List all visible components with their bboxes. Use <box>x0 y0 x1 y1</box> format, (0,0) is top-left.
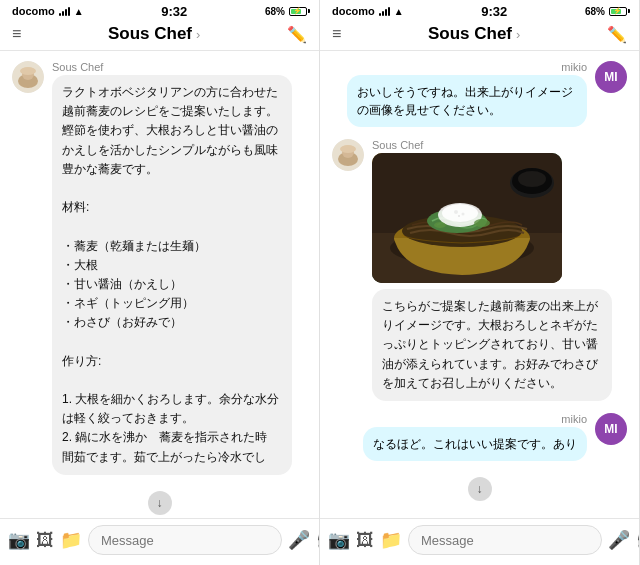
right-mic-button[interactable]: 🎤 <box>608 529 630 551</box>
left-msg-content-1: Sous Chef ラクトオボベジタリアンの方に合わせた越前蕎麦のレシピをご提案… <box>52 61 292 475</box>
right-msg-row-1: MI mikio おいしそうですね。出来上がりイメージの画像を見せてください。 <box>332 61 627 127</box>
left-panel: docomo ▲ 9:32 68% ⚡ ≡ Sous Chef › ✏️ <box>0 0 320 565</box>
right-msg-content-2: Sous Chef <box>372 139 612 401</box>
left-scroll-indicator[interactable]: ↓ <box>12 487 307 518</box>
right-nav-title: Sous Chef <box>428 24 512 44</box>
svg-point-12 <box>518 171 546 187</box>
right-time: 9:32 <box>481 4 507 19</box>
svg-point-22 <box>474 219 490 227</box>
svg-point-7 <box>340 145 356 153</box>
right-sous-avatar <box>332 139 364 171</box>
left-nav-chevron: › <box>196 27 200 42</box>
right-battery-pct: 68% <box>585 6 605 17</box>
right-status-right: 68% ⚡ <box>585 6 627 17</box>
right-msg-bubble-2: こちらがご提案した越前蕎麦の出来上がりイメージです。大根おろしとネギがたっぷりと… <box>372 289 612 401</box>
right-menu-button[interactable]: ≡ <box>332 25 341 43</box>
right-msg-content-3: mikio なるほど。これはいい提案です。あり <box>363 413 587 461</box>
left-chat-area: Sous Chef ラクトオボベジタリアンの方に合わせた越前蕎麦のレシピをご提案… <box>0 51 319 518</box>
right-carrier: docomo <box>332 5 375 17</box>
right-wifi-icon: ▲ <box>394 6 404 17</box>
right-headphone-button[interactable]: 🎧 <box>636 529 640 551</box>
left-wifi-icon: ▲ <box>74 6 84 17</box>
left-message-input[interactable] <box>88 525 282 555</box>
right-camera-button[interactable]: 📷 <box>328 529 350 551</box>
left-nav-title: Sous Chef <box>108 24 192 44</box>
left-edit-button[interactable]: ✏️ <box>287 25 307 44</box>
right-folder-button[interactable]: 📁 <box>380 529 402 551</box>
left-msg-sender-1: Sous Chef <box>52 61 292 73</box>
right-mikio-avatar-1: MI <box>595 61 627 93</box>
left-folder-button[interactable]: 📁 <box>60 529 82 551</box>
right-msg-bubble-1: おいしそうですね。出来上がりイメージの画像を見せてください。 <box>347 75 587 127</box>
right-msg-sender-3: mikio <box>561 413 587 425</box>
left-photo-button[interactable]: 🖼 <box>36 530 54 551</box>
svg-point-19 <box>454 210 458 214</box>
left-sous-avatar <box>12 61 44 93</box>
left-nav-bar: ≡ Sous Chef › ✏️ <box>0 20 319 51</box>
right-signal <box>379 6 390 16</box>
left-status-right: 68% ⚡ <box>265 6 307 17</box>
svg-point-20 <box>462 213 465 216</box>
left-battery-icon: ⚡ <box>289 7 307 16</box>
right-scroll-arrow[interactable]: ↓ <box>468 477 492 501</box>
food-image <box>372 153 562 283</box>
right-nav-chevron: › <box>516 27 520 42</box>
left-bottom-toolbar: 📷 🖼 📁 🎤 🎧 <box>0 518 319 565</box>
right-status-bar: docomo ▲ 9:32 68% ⚡ <box>320 0 639 20</box>
left-nav-title-area[interactable]: Sous Chef › <box>108 24 200 44</box>
right-scroll-indicator[interactable]: ↓ <box>332 473 627 505</box>
left-carrier: docomo <box>12 5 55 17</box>
left-battery-pct: 68% <box>265 6 285 17</box>
right-nav-title-area[interactable]: Sous Chef › <box>428 24 520 44</box>
right-chat-area: MI mikio おいしそうですね。出来上がりイメージの画像を見せてください。 … <box>320 51 639 518</box>
left-mic-button[interactable]: 🎤 <box>288 529 310 551</box>
left-camera-button[interactable]: 📷 <box>8 529 30 551</box>
left-menu-button[interactable]: ≡ <box>12 25 21 43</box>
right-msg-row-3: MI mikio なるほど。これはいい提案です。あり <box>332 413 627 461</box>
right-edit-button[interactable]: ✏️ <box>607 25 627 44</box>
right-message-input[interactable] <box>408 525 602 555</box>
right-msg-sender-1: mikio <box>561 61 587 73</box>
left-status-bar: docomo ▲ 9:32 68% ⚡ <box>0 0 319 20</box>
right-mikio-avatar-2: MI <box>595 413 627 445</box>
left-msg-bubble-1: ラクトオボベジタリアンの方に合わせた越前蕎麦のレシピをご提案いたします。鰹節を使… <box>52 75 292 475</box>
right-status-left: docomo ▲ <box>332 5 404 17</box>
left-signal <box>59 6 70 16</box>
svg-point-21 <box>458 215 460 217</box>
right-msg-content-1: mikio おいしそうですね。出来上がりイメージの画像を見せてください。 <box>347 61 587 127</box>
left-time: 9:32 <box>161 4 187 19</box>
right-panel: docomo ▲ 9:32 68% ⚡ ≡ Sous Chef › ✏️ <box>320 0 640 565</box>
svg-point-3 <box>20 67 36 75</box>
right-photo-button[interactable]: 🖼 <box>356 530 374 551</box>
right-battery-icon: ⚡ <box>609 7 627 16</box>
right-bottom-toolbar: 📷 🖼 📁 🎤 🎧 <box>320 518 639 565</box>
right-msg-bubble-3: なるほど。これはいい提案です。あり <box>363 427 587 461</box>
svg-point-23 <box>434 222 446 228</box>
left-scroll-arrow[interactable]: ↓ <box>148 491 172 515</box>
right-msg-row-2: Sous Chef <box>332 139 627 401</box>
left-msg-row-1: Sous Chef ラクトオボベジタリアンの方に合わせた越前蕎麦のレシピをご提案… <box>12 61 307 475</box>
left-status-left: docomo ▲ <box>12 5 84 17</box>
svg-point-18 <box>442 204 478 222</box>
right-nav-bar: ≡ Sous Chef › ✏️ <box>320 20 639 51</box>
right-msg-sender-2: Sous Chef <box>372 139 612 151</box>
